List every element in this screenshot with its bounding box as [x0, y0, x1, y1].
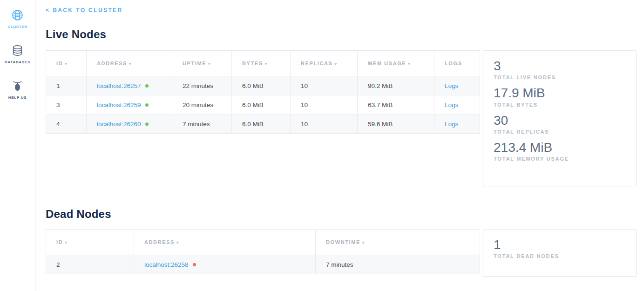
sort-arrow-icon: ▾ [265, 61, 267, 66]
cell-mem-usage: 59.6 MiB [358, 115, 434, 134]
sort-arrow-icon: ▾ [65, 240, 67, 245]
databases-icon [11, 44, 24, 57]
cell-bytes: 6.0 MiB [232, 76, 291, 95]
table-row: 2 localhost:26258 7 minutes [46, 255, 480, 274]
cell-replicas: 10 [291, 95, 358, 115]
cell-replicas: 10 [291, 115, 358, 134]
stat-value: 30 [494, 113, 626, 128]
stat-label: TOTAL BYTES [494, 102, 626, 108]
cell-bytes: 6.0 MiB [232, 115, 291, 134]
sidebar-item-label: CLUSTER [7, 25, 27, 29]
stat-value: 17.9 MiB [494, 86, 626, 100]
node-address-link[interactable]: localhost:26259 [97, 102, 141, 108]
column-label: MEM USAGE [368, 61, 406, 66]
dead-status-dot [193, 263, 196, 266]
cell-id: 4 [46, 115, 87, 134]
cell-id: 1 [46, 76, 87, 95]
live-status-dot [145, 122, 149, 126]
logs-link[interactable]: Logs [445, 102, 458, 108]
node-address-link[interactable]: localhost:26258 [144, 261, 189, 268]
cell-address: localhost:26257 [87, 76, 172, 95]
live-nodes-title: Live Nodes [46, 28, 637, 41]
column-label: DOWNTIME [326, 239, 360, 245]
sort-arrow-icon: ▾ [208, 61, 210, 66]
stat-value: 1 [494, 237, 626, 252]
sidebar-item-label: DATABASES [5, 60, 30, 64]
live-nodes-section: ID▾ ADDRESS▾ UPTIME▾ BYTES▾ REPLICAS▾ [46, 50, 637, 186]
sidebar-item-cluster[interactable]: CLUSTER [0, 5, 35, 34]
logs-link[interactable]: Logs [445, 121, 458, 128]
cell-id: 3 [46, 95, 87, 115]
table-header-row: ID▾ ADDRESS▾ UPTIME▾ BYTES▾ REPLICAS▾ [46, 51, 480, 76]
summary-stat: 30 TOTAL REPLICAS [494, 113, 626, 135]
cell-uptime: 22 minutes [172, 76, 232, 95]
column-header-id[interactable]: ID▾ [46, 230, 134, 255]
stat-value: 3 [494, 59, 626, 73]
column-header-bytes[interactable]: BYTES▾ [232, 51, 291, 76]
cell-mem-usage: 90.2 MiB [358, 76, 434, 95]
cell-logs: Logs [434, 115, 480, 134]
live-nodes-table: ID▾ ADDRESS▾ UPTIME▾ BYTES▾ REPLICAS▾ [46, 50, 480, 134]
cell-address: localhost:26259 [87, 95, 172, 115]
sort-arrow-icon: ▾ [176, 240, 179, 245]
stat-label: TOTAL DEAD NODES [494, 253, 626, 259]
column-label: ADDRESS [144, 239, 175, 245]
sidebar: CLUSTER DATABASES HELP US [0, 0, 35, 291]
sort-arrow-icon: ▾ [408, 61, 410, 66]
column-label: ID [56, 61, 63, 66]
stat-label: TOTAL REPLICAS [494, 129, 626, 135]
summary-stat: 17.9 MiB TOTAL BYTES [494, 86, 626, 107]
summary-stat: 3 TOTAL LIVE NODES [494, 59, 626, 80]
column-label: UPTIME [183, 61, 206, 66]
cell-uptime: 20 minutes [172, 95, 232, 115]
dead-nodes-table: ID▾ ADDRESS▾ DOWNTIME▾ 2 localhost:26258 [46, 229, 480, 274]
column-header-address[interactable]: ADDRESS▾ [87, 51, 172, 76]
live-status-dot [145, 103, 149, 107]
cell-logs: Logs [434, 95, 480, 115]
dead-nodes-section: ID▾ ADDRESS▾ DOWNTIME▾ 2 localhost:26258 [46, 229, 637, 277]
node-address-link[interactable]: localhost:26260 [97, 121, 141, 128]
column-label: ID [56, 239, 63, 245]
column-header-logs: LOGS [434, 51, 480, 76]
cell-logs: Logs [434, 76, 480, 95]
cell-mem-usage: 63.7 MiB [358, 95, 434, 115]
summary-stat: 213.4 MiB TOTAL MEMORY USAGE [494, 140, 626, 162]
column-header-uptime[interactable]: UPTIME▾ [172, 51, 232, 76]
table-row: 1 localhost:26257 22 minutes 6.0 MiB 10 … [46, 76, 480, 95]
cell-bytes: 6.0 MiB [232, 95, 291, 115]
node-address-link[interactable]: localhost:26257 [97, 82, 141, 89]
live-nodes-summary-panel: 3 TOTAL LIVE NODES 17.9 MiB TOTAL BYTES … [483, 50, 637, 186]
sort-arrow-icon: ▾ [65, 61, 67, 66]
stat-label: TOTAL LIVE NODES [494, 74, 626, 80]
live-status-dot [145, 84, 149, 88]
cell-address: localhost:26260 [87, 115, 172, 134]
sort-arrow-icon: ▾ [334, 61, 337, 66]
cell-address: localhost:26258 [134, 255, 316, 274]
stat-label: TOTAL MEMORY USAGE [494, 156, 626, 162]
column-header-mem-usage[interactable]: MEM USAGE▾ [358, 51, 434, 76]
sort-arrow-icon: ▾ [129, 61, 131, 66]
sort-arrow-icon: ▾ [362, 240, 365, 245]
column-header-id[interactable]: ID▾ [46, 51, 87, 76]
table-row: 3 localhost:26259 20 minutes 6.0 MiB 10 … [46, 95, 480, 115]
main-content: < BACK TO CLUSTER Live Nodes ID▾ ADDRESS… [35, 0, 644, 277]
stat-value: 213.4 MiB [494, 140, 626, 155]
sidebar-item-label: HELP US [8, 95, 27, 100]
cell-downtime: 7 minutes [316, 255, 480, 274]
cell-id: 2 [46, 255, 134, 274]
column-header-downtime[interactable]: DOWNTIME▾ [316, 230, 480, 255]
back-to-cluster-link[interactable]: < BACK TO CLUSTER [46, 7, 123, 14]
globe-icon [11, 8, 24, 21]
dead-nodes-summary-panel: 1 TOTAL DEAD NODES [483, 229, 637, 277]
bug-icon [11, 79, 24, 92]
sidebar-item-databases[interactable]: DATABASES [0, 40, 35, 70]
column-label: BYTES [242, 61, 263, 66]
sidebar-item-help-us[interactable]: HELP US [0, 75, 35, 105]
column-label: REPLICAS [301, 61, 332, 66]
summary-stat: 1 TOTAL DEAD NODES [494, 237, 626, 259]
column-header-address[interactable]: ADDRESS▾ [134, 230, 316, 255]
cell-uptime: 7 minutes [172, 115, 232, 134]
column-header-replicas[interactable]: REPLICAS▾ [291, 51, 358, 76]
table-header-row: ID▾ ADDRESS▾ DOWNTIME▾ [46, 230, 480, 255]
logs-link[interactable]: Logs [445, 82, 458, 89]
